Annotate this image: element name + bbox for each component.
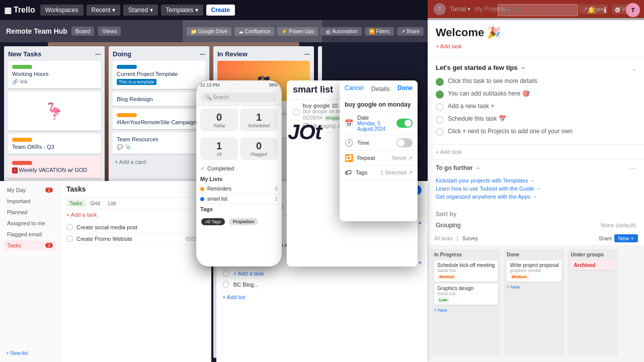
new-task-btn[interactable]: New + — [614, 234, 638, 242]
pb-col-archived: Under groups Archived — [568, 249, 618, 355]
pb-card-kickoff[interactable]: Schedule kick-off meeting Saral Osi Medi… — [434, 260, 498, 282]
date-toggle[interactable] — [396, 119, 413, 128]
settings-icon[interactable]: ⚙ — [612, 4, 623, 16]
tag-all[interactable]: All Tags — [201, 218, 225, 225]
card-blog-redesign[interactable]: Blog Redesign — [113, 92, 205, 106]
board-view-btn[interactable]: Board — [71, 27, 94, 36]
tip-check-1[interactable] — [436, 78, 444, 86]
date-value: Monday, 5 August 2024 — [357, 121, 392, 132]
card-campaign[interactable]: #IAmYourRemoteSite Campaign — [113, 109, 205, 129]
tip-check-5[interactable] — [436, 128, 444, 136]
shareable-add[interactable]: + — [419, 259, 422, 265]
add-task-bottom[interactable]: + Add task — [428, 145, 644, 159]
sidebar-my-day[interactable]: My Day 1 — [4, 185, 56, 195]
phone-list-reminders[interactable]: Reminders 0 — [196, 184, 282, 194]
power-ups-btn[interactable]: ⚡ Power-Ups — [277, 27, 317, 36]
sidebar-tasks[interactable]: Tasks 2 — [4, 240, 56, 250]
tab-tasks[interactable]: Tasks — [66, 200, 86, 207]
card-vacation[interactable]: ! Weekly VACATION w/ GOD — [8, 157, 101, 178]
add-list-btn[interactable]: + Add list — [216, 290, 428, 304]
welcome-section: Welcome 🎉 + Add task — [428, 18, 644, 58]
task-check-gt2[interactable] — [222, 281, 229, 288]
search-input[interactable] — [498, 4, 578, 16]
sidebar-important[interactable]: Important — [4, 196, 56, 206]
tips-title: Let's get started a few tips → — [436, 64, 526, 71]
welcome-emoji: 🎉 — [487, 26, 501, 39]
tab-list[interactable]: List — [105, 200, 119, 207]
tips-section: Let's get started a few tips → − Click t… — [428, 58, 644, 145]
task-tags-row: 🏷 Tags 1 Selected ↗ — [340, 165, 418, 180]
share-survey[interactable]: Share — [599, 236, 612, 241]
phone-tags-label: Tags — [196, 204, 282, 214]
tag-propietism[interactable]: Propietism — [229, 218, 259, 225]
card-label — [12, 138, 32, 142]
add-task-link[interactable]: + Add a task — [60, 210, 211, 220]
pb-add-done[interactable]: + New — [507, 284, 561, 291]
starred-btn[interactable]: Starred ▾ — [123, 5, 158, 16]
sidebar-assigned[interactable]: Assigned to me — [4, 218, 56, 228]
comment-icon: 💬 — [117, 144, 123, 150]
kickstart-link[interactable]: Kickstart your projects with Templates → — [436, 176, 636, 185]
card-project-template[interactable]: Current Project Template This is a templ… — [113, 61, 205, 89]
task-label-1: Create social media post — [76, 224, 202, 230]
sidebar-flagged[interactable]: Flagged email — [4, 229, 56, 239]
col-header-new-tasks: New Tasks ··· — [8, 50, 101, 58]
task-title: buy google on monday — [340, 98, 418, 112]
phone-search[interactable]: 🔍 Search — [201, 93, 277, 102]
graphics-title: Graphics design — [437, 286, 495, 291]
recent-btn[interactable]: Recent ▾ — [87, 5, 120, 16]
phone-list-smartlist[interactable]: smart list 1 — [196, 194, 282, 204]
card-pink-bird[interactable]: 🦩 — [8, 92, 101, 131]
my-tasks-add[interactable]: + — [419, 220, 422, 226]
reminders-dot — [200, 187, 204, 191]
tip-check-3[interactable] — [436, 103, 444, 111]
tips-collapse-icon[interactable]: − — [632, 66, 636, 73]
pb-card-archived[interactable]: Archived — [571, 260, 615, 270]
task-check-add2[interactable] — [222, 270, 229, 277]
card-team-resources[interactable]: Team Resources 💬 📎 — [113, 132, 205, 154]
tab-details[interactable]: Details — [369, 84, 392, 94]
google-drive-btn[interactable]: 📁 Google Drive — [187, 27, 231, 36]
templates-btn[interactable]: Templates ▾ — [161, 5, 203, 16]
confluence-btn[interactable]: ☁ Confluence — [234, 27, 274, 36]
automation-btn[interactable]: 🤖 Automation — [321, 27, 362, 36]
phone-mockup: 11:13 PM 38% 🔍 Search 0 Today 1 Schedule… — [196, 80, 282, 266]
add-card-doing[interactable]: + Add a card — [113, 157, 205, 167]
item-checkbox[interactable] — [293, 109, 300, 116]
board-views-btn[interactable]: Views — [98, 27, 121, 36]
proposal-tag: Medium — [510, 274, 529, 280]
pb-header: All tasks | Survey Share New + — [428, 231, 644, 246]
phone-completed-label: Completed — [207, 165, 234, 171]
task-check-1[interactable] — [66, 224, 73, 231]
sidebar-planned[interactable]: Planned — [4, 207, 56, 217]
organize-link[interactable]: Get organized anywhere with the Apps → — [436, 193, 636, 201]
pb-col-title-done: Done — [507, 252, 561, 257]
kickoff-sub: Saral Osi — [437, 268, 495, 273]
share-btn[interactable]: ↗ Share — [397, 27, 424, 36]
cancel-button[interactable]: Cancel — [345, 84, 363, 94]
workspaces-btn[interactable]: Workspaces — [40, 5, 84, 16]
top-navigation: ▦ Trello Workspaces Recent ▾ Starred ▾ T… — [0, 0, 644, 20]
pb-card-graphics[interactable]: Graphics design Saral Osi Low — [434, 284, 498, 305]
archived-title: Archived — [574, 262, 612, 268]
tip-check-4[interactable] — [436, 116, 444, 124]
tip-check-2[interactable] — [436, 90, 444, 99]
info-icon[interactable]: ℹ — [602, 4, 608, 16]
user-avatar[interactable]: T — [626, 3, 640, 17]
task-check-2[interactable] — [66, 235, 73, 242]
learn-link[interactable]: Learn how to use Todoist with the Guide … — [436, 185, 636, 193]
further-expand-icon[interactable]: ··· — [629, 164, 636, 173]
pb-add-progress[interactable]: + New — [434, 307, 498, 314]
card-team-okrs[interactable]: Team OKRs - Q3 — [8, 134, 101, 154]
filters-btn[interactable]: 🔽 Filters — [365, 27, 394, 36]
done-button[interactable]: Done — [397, 84, 413, 94]
tab-grid[interactable]: Grid — [88, 200, 103, 207]
card-working-hours[interactable]: Working Hours 🔗 link — [8, 61, 101, 88]
time-toggle[interactable] — [396, 138, 413, 147]
create-btn[interactable]: Create — [206, 5, 235, 16]
add-task-btn[interactable]: + Add task — [436, 43, 636, 49]
pb-card-proposal[interactable]: Write project proposal graphics render M… — [507, 260, 561, 282]
bell-icon[interactable]: 🔔 — [585, 4, 598, 16]
sidebar-new-list[interactable]: + New list — [4, 348, 56, 358]
graphics-tag: Low — [437, 297, 449, 303]
